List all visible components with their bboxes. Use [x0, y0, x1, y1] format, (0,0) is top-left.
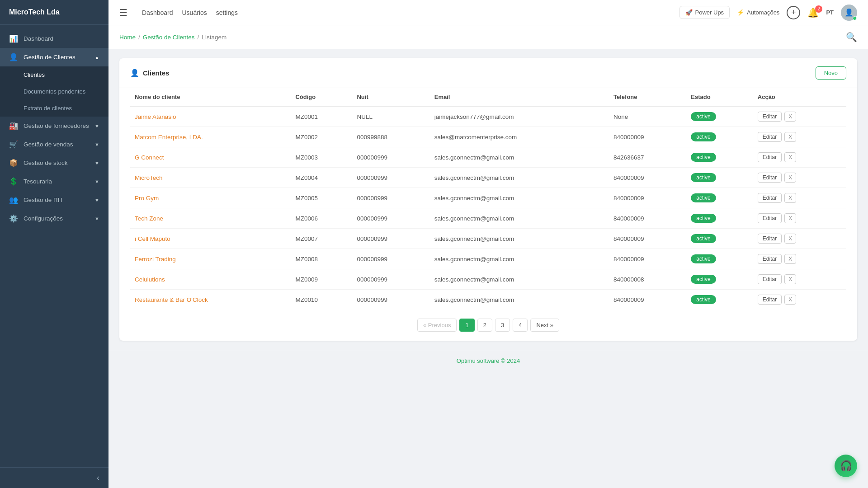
chevron-down-icon: ▲: [94, 55, 99, 60]
cell-name: i Cell Maputo: [130, 229, 291, 249]
cell-nuit: 000000999: [352, 188, 429, 208]
editar-button[interactable]: Editar: [758, 213, 782, 223]
cell-email: jaimejackson777@gmail.com: [430, 106, 609, 127]
th-nuit: Nuit: [352, 88, 429, 106]
menu-icon[interactable]: ☰: [119, 7, 127, 18]
card-header: 👤 Clientes Novo: [119, 58, 857, 88]
pagination-page-3[interactable]: 3: [495, 319, 510, 332]
client-name-link[interactable]: MicroTech: [135, 174, 163, 181]
sidebar-item-gestao-stock[interactable]: 📦 Gestão de stock ▼: [0, 154, 108, 172]
sidebar-item-gestao-vendas[interactable]: 🛒 Gestão de vendas ▼: [0, 135, 108, 154]
support-fab[interactable]: 🎧: [835, 455, 857, 477]
sidebar-sub-clientes: Clientes Documentos pendentes Extrato de…: [0, 66, 108, 117]
breadcrumb-home[interactable]: Home: [119, 34, 136, 41]
sidebar-item-configuracoes[interactable]: ⚙️ Configurações ▼: [0, 209, 108, 228]
table-wrap: Nome do cliente Código Nuit Email Telefo…: [119, 88, 857, 310]
automacoes-label: Automações: [747, 9, 779, 16]
action-buttons: Editar X: [758, 295, 842, 305]
client-name-link[interactable]: Jaime Atanasio: [135, 113, 176, 120]
sidebar-item-tesouraria[interactable]: 💲 Tesouraria ▼: [0, 172, 108, 191]
editar-button[interactable]: Editar: [758, 112, 782, 122]
client-name-link[interactable]: Celulutions: [135, 276, 165, 283]
client-name-link[interactable]: Restaurante & Bar O'Clock: [135, 296, 208, 303]
language-button[interactable]: PT: [826, 9, 834, 16]
delete-button[interactable]: X: [784, 234, 796, 244]
breadcrumb-sep-1: /: [138, 34, 140, 41]
cell-nuit: 000000999: [352, 168, 429, 188]
cell-accao: Editar X: [753, 269, 846, 290]
client-name-link[interactable]: Pro Gym: [135, 195, 159, 202]
delete-button[interactable]: X: [784, 173, 796, 183]
nav-usuarios[interactable]: Usuários: [182, 9, 207, 16]
sidebar-item-clientes[interactable]: Clientes: [0, 66, 108, 83]
delete-button[interactable]: X: [784, 213, 796, 223]
breadcrumb-bar: Home / Gestão de Clientes / Listagem 🔍: [108, 25, 868, 49]
client-name-link[interactable]: G Connect: [135, 154, 164, 161]
sidebar-item-gestao-clientes[interactable]: 👤 Gestão de Clientes ▲: [0, 48, 108, 66]
novo-button[interactable]: Novo: [816, 66, 846, 80]
delete-button[interactable]: X: [784, 132, 796, 142]
pagination-page-4[interactable]: 4: [513, 319, 528, 332]
content-area: Home / Gestão de Clientes / Listagem 🔍 👤…: [108, 25, 868, 488]
cell-name: MicroTech: [130, 168, 291, 188]
cell-codigo: MZ0010: [291, 290, 352, 310]
table-row: Celulutions MZ0009 000000999 sales.gconn…: [130, 269, 846, 290]
cell-codigo: MZ0004: [291, 168, 352, 188]
sidebar-item-extrato-clientes[interactable]: Extrato de clientes: [0, 100, 108, 117]
editar-button[interactable]: Editar: [758, 152, 782, 162]
topbar: ☰ Dashboard Usuários settings 🚀 Power Up…: [108, 0, 868, 25]
pagination-page-1[interactable]: 1: [459, 319, 474, 332]
notification-badge: 2: [815, 5, 822, 13]
clients-icon: 👤: [130, 69, 139, 77]
delete-button[interactable]: X: [784, 295, 796, 305]
editar-button[interactable]: Editar: [758, 274, 782, 284]
status-badge: active: [691, 254, 716, 263]
sidebar-sub-label: Clientes: [24, 71, 45, 78]
editar-button[interactable]: Editar: [758, 173, 782, 183]
cell-telefone: 840000009: [609, 229, 686, 249]
cell-estado: active: [686, 168, 753, 188]
breadcrumb-section[interactable]: Gestão de Clientes: [143, 34, 195, 41]
delete-button[interactable]: X: [784, 152, 796, 162]
client-name-link[interactable]: Tech Zone: [135, 215, 163, 222]
delete-button[interactable]: X: [784, 254, 796, 264]
topbar-nav: Dashboard Usuários settings: [142, 9, 238, 16]
editar-button[interactable]: Editar: [758, 234, 782, 244]
nav-settings[interactable]: settings: [216, 9, 238, 16]
vendas-icon: 🛒: [9, 140, 18, 149]
delete-button[interactable]: X: [784, 193, 796, 203]
action-buttons: Editar X: [758, 193, 842, 203]
table-row: Jaime Atanasio MZ0001 NULL jaimejackson7…: [130, 106, 846, 127]
notification-button[interactable]: 🔔 2: [807, 7, 819, 18]
pagination-previous[interactable]: « Previous: [417, 319, 457, 332]
pagination-next[interactable]: Next »: [530, 319, 559, 332]
search-icon[interactable]: 🔍: [846, 32, 857, 42]
delete-button[interactable]: X: [784, 112, 796, 122]
chevron-down-icon: ▼: [94, 142, 99, 147]
editar-button[interactable]: Editar: [758, 132, 782, 142]
client-name-link[interactable]: i Cell Maputo: [135, 235, 170, 242]
cell-telefone: 840000009: [609, 127, 686, 147]
sidebar-collapse-button[interactable]: ‹: [9, 473, 99, 483]
sidebar-item-gestao-fornecedores[interactable]: 🏭 Gestão de fornecedores ▼: [0, 117, 108, 135]
table-row: i Cell Maputo MZ0007 000000999 sales.gco…: [130, 229, 846, 249]
client-name-link[interactable]: Matcom Enterprise, LDA.: [135, 134, 203, 141]
add-button[interactable]: +: [787, 6, 800, 19]
editar-button[interactable]: Editar: [758, 193, 782, 203]
sidebar-item-docs-pendentes[interactable]: Documentos pendentes: [0, 83, 108, 100]
power-ups-button[interactable]: 🚀 Power Ups: [679, 6, 730, 19]
sidebar-item-dashboard[interactable]: 📊 Dashboard: [0, 29, 108, 48]
delete-button[interactable]: X: [784, 274, 796, 284]
editar-button[interactable]: Editar: [758, 254, 782, 264]
action-buttons: Editar X: [758, 173, 842, 183]
avatar[interactable]: 👤: [841, 5, 857, 21]
cell-email: sales.gconnectm@gmail.com: [430, 168, 609, 188]
cell-nuit: NULL: [352, 106, 429, 127]
editar-button[interactable]: Editar: [758, 295, 782, 305]
automacoes-button[interactable]: ⚡ Automações: [737, 9, 779, 16]
pagination-page-2[interactable]: 2: [477, 319, 492, 332]
client-name-link[interactable]: Ferrozi Trading: [135, 256, 176, 263]
sidebar-item-gestao-rh[interactable]: 👥 Gestão de RH ▼: [0, 191, 108, 209]
nav-dashboard[interactable]: Dashboard: [142, 9, 173, 16]
cell-nuit: 000000999: [352, 249, 429, 269]
